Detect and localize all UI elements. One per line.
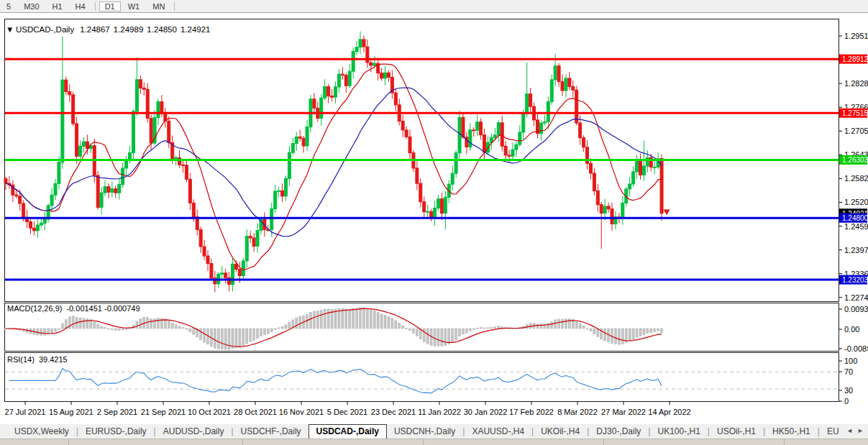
tab-usdcnh-daily[interactable]: USDCNH-,Daily [387, 425, 462, 439]
tab-scroll-right-icon[interactable]: ► [857, 427, 864, 434]
macd-histogram-bar [498, 326, 500, 329]
date-axis-label: 10 Oct 2021 [188, 408, 231, 416]
macd-histogram-bar [455, 329, 457, 340]
candle-body [76, 124, 78, 156]
candle-body [15, 195, 18, 196]
macd-histogram-bar [147, 318, 149, 329]
macd-histogram-bar [189, 329, 191, 332]
macd-histogram-bar [444, 329, 447, 346]
macd-histogram-bar [562, 319, 564, 329]
candle-body [327, 87, 330, 96]
candle-body [43, 219, 46, 223]
candle-body [469, 130, 472, 147]
tab-usdx-weekly[interactable]: USDX,Weekly [7, 425, 76, 439]
candle-body [434, 208, 437, 218]
rsi-axis-label: 30 [844, 386, 853, 395]
candle-body [125, 161, 128, 168]
candle-body [642, 166, 645, 175]
tab-scroll-left-icon[interactable]: ◄ [846, 427, 853, 434]
tab-usdchf-daily[interactable]: USDCHF-,Daily [234, 425, 309, 439]
price-axis-badge-label: 1.28912 [842, 55, 868, 63]
candle-body [337, 74, 340, 87]
candle-body [249, 237, 252, 238]
macd-histogram-bar [175, 324, 177, 329]
tab-uk100-h1[interactable]: UK100-,H1 [650, 425, 707, 439]
candle-body [61, 80, 64, 162]
candle-body [182, 165, 185, 165]
candle-body [526, 94, 529, 114]
tab-ukoil-h4[interactable]: UKOil-,H4 [534, 425, 587, 439]
candle-body [518, 132, 521, 144]
candle-body [362, 40, 365, 47]
macd-histogram-bar [536, 324, 539, 329]
candle-body [139, 80, 142, 88]
macd-histogram-bar [579, 324, 581, 329]
candle-body [313, 99, 316, 109]
candle-body [593, 173, 595, 191]
candle-body [302, 138, 305, 146]
macd-histogram-bar [459, 329, 461, 336]
candle-body [50, 195, 53, 206]
collapse-chart-icon[interactable]: ▼ [6, 25, 14, 34]
macd-histogram-bar [250, 329, 252, 341]
tab-eu[interactable]: EU [820, 425, 846, 439]
macd-histogram-bar [476, 328, 478, 329]
candle-body [493, 135, 496, 137]
macd-histogram-bar [360, 308, 362, 329]
candle-body [497, 123, 500, 135]
tab-audusd-daily[interactable]: AUDUSD-,Daily [156, 425, 232, 439]
candle-body [68, 91, 71, 94]
macd-histogram-bar [639, 329, 641, 336]
macd-histogram-bar [370, 310, 372, 329]
macd-histogram-bar [274, 329, 276, 330]
macd-histogram-bar [309, 312, 311, 329]
chart-area[interactable]: 1.295101.282801.276651.270501.264351.258… [0, 0, 868, 424]
macd-histogram-bar [267, 329, 269, 334]
macd-histogram-bar [657, 329, 659, 331]
macd-histogram-bar [483, 328, 485, 329]
chart-title: USDCAD-,Daily1.248671.249891.248501.2492… [16, 25, 210, 34]
candle-body [82, 142, 85, 146]
candle-body [437, 199, 439, 208]
macd-histogram-bar [306, 314, 309, 329]
macd-histogram-bar [182, 328, 184, 329]
candle-body [480, 122, 483, 135]
macd-histogram-bar [136, 321, 138, 329]
candle-body [54, 183, 57, 195]
candle-body [270, 208, 273, 229]
tab-xauusd-h4[interactable]: XAUUSD-,H4 [465, 425, 531, 439]
candle-body [206, 256, 209, 264]
macd-histogram-bar [593, 329, 595, 334]
macd-histogram-bar [494, 327, 496, 329]
macd-histogram-bar [423, 329, 425, 341]
candle-body [394, 93, 397, 105]
candle-body [36, 225, 39, 231]
macd-histogram-bar [61, 324, 63, 329]
macd-histogram-bar [342, 308, 344, 329]
tab-usoil-h1[interactable]: USOil-,H1 [710, 425, 763, 439]
tab-eurusd-daily[interactable]: EURUSD-,Daily [78, 425, 154, 439]
candle-body [539, 123, 542, 134]
macd-histogram-bar [72, 316, 74, 329]
strip-divider [784, 439, 785, 445]
rsi-panel[interactable] [5, 353, 839, 402]
candle-body [278, 191, 280, 191]
macd-histogram-bar [554, 320, 557, 329]
macd-histogram-bar [239, 329, 241, 347]
candle-body [245, 237, 248, 261]
bottom-scroll-strip[interactable] [0, 439, 868, 445]
macd-histogram-bar [526, 324, 528, 329]
tab-hk50-h1[interactable]: HK50-,H1 [765, 425, 818, 439]
tab-usdcad-daily[interactable]: USDCAD-,Daily [309, 424, 387, 439]
candle-body [632, 172, 635, 184]
macd-histogram-bar [426, 329, 429, 344]
candle-body [370, 63, 373, 65]
candle-body [596, 191, 599, 204]
macd-histogram-bar [452, 329, 454, 342]
candle-body [554, 66, 557, 80]
candle-body [334, 87, 337, 97]
candle-body [611, 209, 613, 224]
tab-dj30-daily[interactable]: DJ30-,Daily [589, 425, 648, 439]
date-axis-label: 21 Sep 2021 [141, 408, 186, 416]
candle-body [331, 96, 334, 98]
